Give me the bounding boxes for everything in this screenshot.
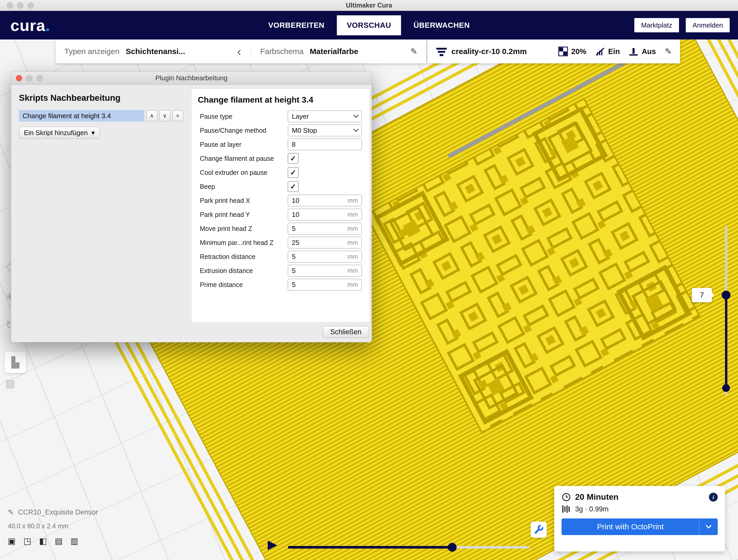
window-controls bbox=[7, 2, 34, 9]
infill-setting[interactable]: 20% bbox=[558, 46, 586, 56]
remove-script-button[interactable]: × bbox=[172, 110, 183, 121]
field-label: Park print head Y bbox=[197, 211, 288, 218]
adhesion-setting[interactable]: Aus bbox=[629, 46, 656, 56]
signin-button[interactable]: Anmelden bbox=[686, 18, 730, 32]
layer-slider-upper-handle[interactable] bbox=[722, 291, 730, 300]
script-list-row: Change filament at height 3.4 ∧ ∨ × bbox=[19, 110, 183, 121]
script-list-item[interactable]: Change filament at height 3.4 bbox=[19, 110, 144, 121]
zoom-window-icon[interactable] bbox=[28, 2, 34, 9]
minimize-window-icon[interactable] bbox=[17, 2, 23, 9]
field-label: Pause/Change method bbox=[197, 127, 288, 134]
close-dialog-button[interactable]: Schließen bbox=[323, 326, 369, 338]
settings-field-row: Minimum par...rint head Z25mm bbox=[197, 235, 364, 249]
info-icon[interactable]: i bbox=[709, 493, 718, 502]
input-value: 5 bbox=[292, 253, 296, 261]
field-input[interactable]: 25mm bbox=[288, 236, 362, 248]
dropdown-arrow-icon: ▾ bbox=[91, 129, 95, 137]
dialog-minimize-icon[interactable] bbox=[26, 75, 32, 81]
play-button[interactable]: ▶ bbox=[268, 538, 277, 551]
infill-value: 20% bbox=[571, 47, 586, 56]
chevron-left-icon[interactable]: ‹ bbox=[237, 45, 241, 57]
print-options-dropdown[interactable] bbox=[699, 518, 718, 535]
unit-label: mm bbox=[347, 239, 358, 246]
marketplace-button[interactable]: Marktplatz bbox=[634, 18, 679, 32]
field-input[interactable]: 10mm bbox=[288, 208, 362, 220]
adhesion-value: Aus bbox=[642, 47, 656, 56]
color-scheme-label: Farbschema bbox=[260, 47, 304, 56]
dialog-close-icon[interactable] bbox=[16, 75, 22, 81]
print-settings-summary: 20% Ein Aus ✎ bbox=[558, 46, 672, 56]
settings-field-row: Pause typeLayer bbox=[197, 109, 364, 123]
field-input[interactable]: 8 bbox=[288, 138, 362, 150]
chevron-down-icon bbox=[353, 127, 359, 132]
adhesion-icon bbox=[629, 46, 639, 56]
input-value: 5 bbox=[292, 267, 296, 275]
tab-monitor[interactable]: ÜBERWACHEN bbox=[404, 15, 480, 35]
field-input[interactable]: 5mm bbox=[288, 279, 362, 291]
field-label: Pause type bbox=[197, 113, 288, 120]
close-window-icon[interactable] bbox=[7, 2, 13, 9]
layer-view-button[interactable]: ▙ bbox=[5, 352, 26, 373]
object-list: ▣ ◳ ◧ ▤ ▥ bbox=[8, 536, 98, 546]
layer-slider-lower-handle[interactable] bbox=[722, 384, 730, 392]
field-select[interactable]: M0 Stop bbox=[288, 124, 362, 136]
settings-field-row: Extrusion distance5mm bbox=[197, 263, 364, 277]
field-checkbox[interactable]: ✓ bbox=[288, 153, 299, 164]
settings-field-row: Pause/Change methodM0 Stop bbox=[197, 123, 364, 137]
dialog-titlebar[interactable]: Plugin Nachbearbeitung bbox=[11, 72, 372, 85]
field-checkbox[interactable]: ✓ bbox=[288, 181, 299, 192]
select-value: Layer bbox=[292, 112, 309, 120]
field-input[interactable]: 5mm bbox=[288, 222, 362, 234]
select-value: M0 Stop bbox=[292, 126, 317, 134]
print-button-label: Print with OctoPrint bbox=[562, 518, 699, 535]
add-script-button[interactable]: Ein Skript hinzufügen ▾ bbox=[19, 127, 100, 139]
view-type-value[interactable]: Schichtenansi... bbox=[126, 47, 185, 56]
layer-slider-range[interactable] bbox=[725, 295, 727, 388]
color-scheme-value[interactable]: Materialfarbe bbox=[310, 47, 358, 56]
rename-pencil-icon[interactable]: ✎ bbox=[8, 508, 14, 517]
field-select[interactable]: Layer bbox=[288, 110, 362, 122]
object-icon[interactable]: ▥ bbox=[70, 536, 78, 546]
timeline-progress bbox=[288, 546, 452, 549]
move-script-down-button[interactable]: ∨ bbox=[159, 110, 170, 121]
field-input[interactable]: 5mm bbox=[288, 251, 362, 262]
print-with-octoprint-button[interactable]: Print with OctoPrint bbox=[562, 518, 718, 535]
model-info: ✎ CCR10_Exquisite Densor 40.0 x 80.0 x 2… bbox=[8, 508, 98, 546]
object-icon[interactable]: ◧ bbox=[39, 536, 47, 546]
tab-prepare[interactable]: VORBEREITEN bbox=[258, 15, 334, 35]
move-script-up-button[interactable]: ∧ bbox=[146, 110, 157, 121]
field-checkbox[interactable]: ✓ bbox=[288, 167, 299, 178]
script-settings-heading: Change filament at height 3.4 bbox=[197, 95, 364, 105]
input-value: 10 bbox=[292, 211, 299, 219]
object-icon[interactable]: ▣ bbox=[8, 536, 16, 546]
edit-pencil-icon[interactable]: ✎ bbox=[410, 46, 417, 56]
edit-print-settings-icon[interactable]: ✎ bbox=[665, 46, 672, 56]
adjust-print-button[interactable] bbox=[530, 522, 547, 538]
object-icon[interactable]: ▤ bbox=[55, 536, 63, 546]
settings-field-row: Cool extruder on pause✓ bbox=[197, 165, 364, 179]
field-input[interactable]: 5mm bbox=[288, 265, 362, 276]
field-input[interactable]: 10mm bbox=[288, 194, 362, 206]
unit-label: mm bbox=[347, 197, 358, 204]
post-processing-dialog: Plugin Nachbearbeitung Skripts Nachbearb… bbox=[11, 71, 372, 342]
tab-preview[interactable]: VORSCHAU bbox=[337, 15, 401, 35]
field-label: Cool extruder on pause bbox=[197, 169, 288, 176]
support-value: Ein bbox=[608, 47, 620, 56]
input-value: 5 bbox=[292, 281, 296, 289]
input-value: 5 bbox=[292, 225, 296, 233]
field-label: Change filament at pause bbox=[197, 155, 288, 162]
field-label: Park print head X bbox=[197, 197, 288, 204]
logo-text: cura bbox=[10, 16, 45, 34]
print-settings-card[interactable]: creality-cr-10 0.2mm 20% Ein Aus ✎ bbox=[427, 39, 680, 63]
dialog-zoom-icon[interactable] bbox=[37, 75, 43, 81]
object-icon[interactable]: ◳ bbox=[23, 536, 31, 546]
view-settings-card: Typen anzeigen Schichtenansi... ‹ Farbsc… bbox=[56, 39, 426, 63]
layer-height-icon bbox=[436, 46, 447, 57]
field-checkbox-cell: ✓ bbox=[288, 152, 362, 164]
printer-profile-name[interactable]: creality-cr-10 0.2mm bbox=[451, 47, 527, 56]
field-label: Retraction distance bbox=[197, 253, 288, 260]
per-model-settings-icon[interactable]: ▦ bbox=[5, 377, 15, 390]
support-setting[interactable]: Ein bbox=[595, 46, 620, 56]
timeline-handle[interactable] bbox=[448, 543, 456, 552]
settings-field-row: Pause at layer8 bbox=[197, 137, 364, 151]
